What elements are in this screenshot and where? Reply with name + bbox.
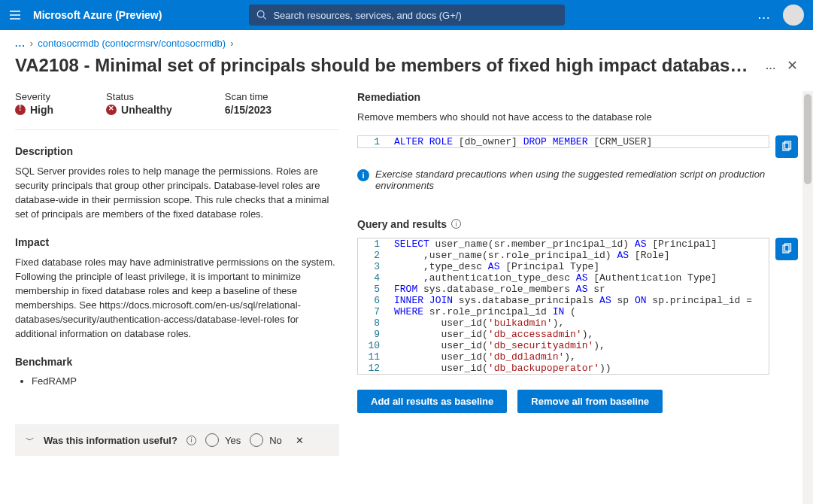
- close-icon[interactable]: ✕: [787, 57, 798, 74]
- more-icon[interactable]: ...: [758, 10, 771, 21]
- breadcrumb-ellipsis[interactable]: ...: [15, 38, 26, 49]
- menu-icon[interactable]: [9, 9, 21, 21]
- search-input[interactable]: [273, 10, 557, 21]
- impact-heading: Impact: [15, 236, 339, 248]
- severity-icon: [15, 105, 26, 115]
- copy-query-button[interactable]: [775, 238, 798, 260]
- info-icon[interactable]: i: [187, 436, 196, 445]
- user-avatar[interactable]: [783, 5, 804, 26]
- info-icon[interactable]: i: [451, 219, 461, 229]
- left-pane: Severity High Status Unhealthy Scan time…: [15, 91, 357, 504]
- remediation-warning: i Exercise standard precautions when usi…: [357, 169, 798, 191]
- title-more-icon[interactable]: ...: [766, 60, 776, 71]
- brand-label: Microsoft Azure (Preview): [33, 9, 162, 21]
- query-line: ,authentication_type_desc AS [Authentica…: [390, 272, 769, 284]
- query-line: ,type_desc AS [Principal Type]: [390, 261, 769, 272]
- top-bar: Microsoft Azure (Preview) ...: [0, 0, 813, 30]
- breadcrumb: ... › contosocrmdb (contocrmsrv/contosoc…: [0, 30, 813, 53]
- add-baseline-button[interactable]: Add all results as baseline: [357, 390, 507, 413]
- feedback-bar: ﹀ Was this information useful? i Yes No …: [15, 424, 339, 456]
- chevron-right-icon: ›: [230, 38, 233, 49]
- info-icon: i: [357, 169, 369, 181]
- query-results-heading: Query and results: [357, 218, 447, 230]
- scantime-block: Scan time 6/15/2023: [225, 91, 272, 116]
- query-line: WHERE sr.role_principal_id IN (: [390, 306, 769, 317]
- feedback-yes-radio[interactable]: [205, 433, 219, 447]
- remediation-heading: Remediation: [357, 91, 798, 103]
- svg-line-1: [264, 17, 267, 20]
- impact-body: Fixed database roles may have administra…: [15, 256, 339, 341]
- feedback-no-radio[interactable]: [250, 433, 263, 447]
- benchmark-item: FedRAMP: [32, 375, 339, 387]
- feedback-close-icon[interactable]: ✕: [296, 435, 304, 446]
- chevron-right-icon: ›: [30, 38, 33, 49]
- right-pane: Remediation Remove members who should no…: [357, 91, 813, 504]
- remediation-sql: ALTER ROLE [db_owner] DROP MEMBER [CRM_U…: [390, 136, 769, 147]
- query-line: FROM sys.database_role_members AS sr: [390, 284, 769, 295]
- severity-block: Severity High: [15, 91, 53, 116]
- title-row: VA2108 - Minimal set of principals shoul…: [0, 53, 813, 91]
- svg-point-0: [258, 11, 265, 17]
- feedback-question: Was this information useful?: [44, 435, 177, 446]
- query-line: user_id('db_securityadmin'),: [390, 340, 769, 351]
- description-body: SQL Server provides roles to help manage…: [15, 165, 339, 221]
- benchmark-heading: Benchmark: [15, 356, 339, 368]
- copy-remediation-button[interactable]: [775, 135, 798, 158]
- breadcrumb-link[interactable]: contosocrmdb (contocrmsrv/contosocrmdb): [38, 38, 226, 49]
- remediation-body: Remove members who should not have acces…: [357, 111, 798, 125]
- remove-baseline-button[interactable]: Remove all from baseline: [517, 390, 663, 413]
- global-search[interactable]: [249, 5, 565, 26]
- status-icon: [106, 105, 117, 115]
- query-line: user_id('db_backupoperator')): [390, 363, 769, 374]
- scrollbar[interactable]: [802, 91, 813, 504]
- query-code[interactable]: 1SELECT user_name(sr.member_principal_id…: [357, 238, 769, 375]
- chevron-down-icon[interactable]: ﹀: [26, 434, 35, 447]
- query-line: SELECT user_name(sr.member_principal_id)…: [390, 238, 769, 250]
- query-line: user_id('db_accessadmin'),: [390, 329, 769, 340]
- scrollbar-thumb[interactable]: [804, 94, 811, 184]
- page-title: VA2108 - Minimal set of principals shoul…: [15, 55, 757, 76]
- remediation-code[interactable]: 1 ALTER ROLE [db_owner] DROP MEMBER [CRM…: [357, 135, 769, 148]
- query-line: ,user_name(sr.role_principal_id) AS [Rol…: [390, 250, 769, 261]
- query-line: user_id('bulkadmin'),: [390, 317, 769, 329]
- status-block: Status Unhealthy: [106, 91, 172, 116]
- description-heading: Description: [15, 145, 339, 157]
- query-line: INNER JOIN sys.database_principals AS sp…: [390, 295, 769, 306]
- query-line: user_id('db_ddladmin'),: [390, 351, 769, 363]
